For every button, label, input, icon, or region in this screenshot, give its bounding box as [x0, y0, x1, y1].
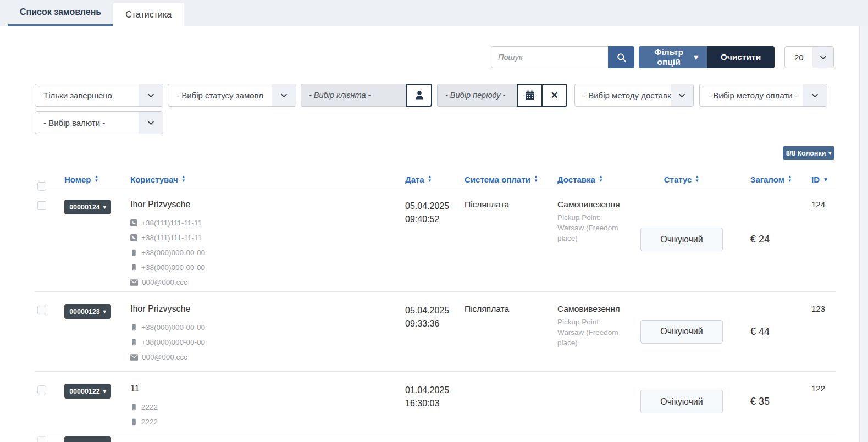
tab-statistics[interactable]: Статистика — [113, 3, 184, 26]
table-row-partial — [35, 432, 836, 442]
delivery-method-filter-select[interactable]: - Вибір методу доставк — [574, 84, 694, 107]
phone-square-icon — [130, 219, 137, 226]
search-input[interactable] — [491, 46, 608, 68]
select-client-button[interactable] — [406, 84, 432, 107]
column-header-payment[interactable]: Система оплати▲▼ — [465, 175, 557, 184]
order-id: 122 — [811, 372, 836, 432]
payment-method-filter-select[interactable]: - Вибір методу оплати - — [699, 84, 827, 107]
sort-icon: ▲▼ — [428, 175, 432, 183]
sort-icon: ▲▼ — [181, 175, 186, 183]
row-checkbox[interactable] — [37, 201, 46, 210]
orders-table: Номер▲▼ Користувач▲▼ Дата▲▼ Система опла… — [35, 168, 836, 442]
chevron-down-icon — [139, 84, 163, 106]
caret-down-icon: ▾ — [828, 151, 831, 156]
mobile-icon — [130, 339, 137, 346]
delivery-cell: Самовивезення Pickup Point: Warsaw (Free… — [557, 292, 638, 371]
order-date: 01.04.202516:30:03 — [405, 372, 465, 432]
caret-down-icon: ▾ — [103, 389, 106, 394]
client-filter-placeholder: - Вибір клієнта - — [309, 91, 371, 100]
mobile-icon — [130, 324, 137, 331]
delivery-note: Pickup Point: Warsaw (Freedom place) — [557, 317, 623, 348]
tab-bar: Список замовлень Статистика — [0, 0, 868, 26]
chevron-down-icon — [803, 84, 827, 106]
currency-filter-label: - Вибір валюти - — [35, 118, 139, 128]
envelope-icon — [130, 279, 138, 286]
sort-icon: ▲▼ — [599, 175, 603, 183]
calendar-button[interactable] — [517, 84, 543, 107]
sort-icon: ▲▼ — [94, 175, 98, 183]
sort-icon: ▲▼ — [788, 175, 792, 183]
caret-down-icon: ▾ — [103, 309, 106, 314]
order-total: € 35 — [750, 396, 811, 407]
column-header-id[interactable]: ID▼ — [811, 175, 836, 184]
delivery-cell: Самовивезення Pickup Point: Warsaw (Free… — [557, 187, 638, 291]
currency-filter-select[interactable]: - Вибір валюти - — [35, 111, 163, 134]
column-header-status[interactable]: Статус▲▼ — [638, 175, 750, 184]
order-total: € 44 — [750, 326, 811, 338]
search-group — [491, 46, 634, 68]
columns-button-label: 8/8 Колонки — [786, 150, 826, 157]
table-row: 00000123▾ Ihor Prizvysche +38(000)000-00… — [35, 292, 836, 372]
page-size-value: 20 — [785, 53, 812, 62]
filter-options-label: Фільтр опцій — [648, 47, 690, 67]
column-header-number[interactable]: Номер▲▼ — [64, 175, 130, 184]
clear-period-button[interactable]: ✕ — [541, 84, 567, 107]
mobile-icon — [130, 404, 137, 411]
user-name: 11 — [130, 384, 405, 394]
tab-statistics-label: Статистика — [125, 10, 172, 20]
page-right-gutter — [859, 26, 868, 442]
envelope-icon — [130, 354, 138, 361]
order-number-button[interactable]: 00000123▾ — [64, 304, 111, 319]
user-name: Ihor Prizvysche — [130, 304, 405, 314]
row-checkbox[interactable] — [37, 306, 46, 314]
payment-system — [465, 372, 557, 432]
page-size-select[interactable]: 20 — [784, 46, 834, 68]
finished-filter-label: Тільки завершено — [35, 91, 139, 100]
mobile-icon — [130, 249, 137, 256]
payment-system: Післяплата — [465, 187, 557, 291]
period-filter-input[interactable]: - Вибір періоду - — [437, 84, 517, 107]
orders-admin-page: Список замовлень Статистика Фільтр опцій… — [0, 0, 868, 442]
chevron-down-icon — [272, 84, 296, 106]
caret-down-icon: ▾ — [103, 205, 106, 210]
phone-square-icon — [130, 234, 137, 241]
column-header-user[interactable]: Користувач▲▼ — [130, 175, 405, 184]
delivery-method: Самовивезення — [557, 200, 638, 209]
status-button[interactable]: Очікуючий — [640, 228, 723, 251]
status-button[interactable]: Очікуючий — [640, 320, 723, 344]
clear-filters-button[interactable]: Очистити — [707, 46, 775, 68]
order-number-button[interactable]: 00000122▾ — [64, 384, 111, 399]
contact-line: +38(111)111-11-11 — [130, 216, 405, 230]
columns-button[interactable]: 8/8 Колонки ▾ — [783, 146, 834, 160]
filter-options-button[interactable]: Фільтр опцій ▾ — [639, 46, 707, 68]
order-date: 05.04.202509:40:52 — [405, 187, 465, 291]
contact-line: 2222 — [130, 415, 405, 429]
tab-order-list[interactable]: Список замовлень — [8, 0, 113, 26]
person-icon — [414, 90, 425, 101]
contact-line: +38(000)000-00-00 — [130, 245, 405, 260]
status-button[interactable]: Очікуючий — [640, 390, 723, 413]
client-filter-input[interactable]: - Вибір клієнта - — [301, 84, 406, 107]
column-header-date[interactable]: Дата▲▼ — [405, 175, 465, 184]
contact-line: +38(000)000-00-00 — [130, 320, 405, 335]
delivery-note: Pickup Point: Warsaw (Freedom place) — [557, 212, 623, 244]
order-status-filter-select[interactable]: - Вибір статусу замовл — [168, 84, 296, 107]
tab-order-list-label: Список замовлень — [20, 7, 101, 17]
order-number-button[interactable] — [64, 436, 111, 442]
row-checkbox[interactable] — [37, 436, 46, 442]
order-total: € 24 — [750, 234, 811, 245]
search-button[interactable] — [608, 46, 634, 68]
column-header-total[interactable]: Загалом▲▼ — [750, 175, 811, 184]
chevron-down-icon — [812, 47, 833, 68]
finished-filter-select[interactable]: Тільки завершено — [35, 84, 163, 107]
client-filter-group: - Вибір клієнта - — [301, 84, 432, 107]
delivery-method-filter-label: - Вибір методу доставк — [575, 91, 671, 100]
order-number-button[interactable]: 00000124▾ — [64, 200, 111, 214]
row-checkbox[interactable] — [37, 385, 46, 394]
table-header-row: Номер▲▼ Користувач▲▼ Дата▲▼ Система опла… — [35, 168, 836, 187]
payment-system: Післяплата — [465, 292, 557, 371]
delivery-method: Самовивезення — [557, 304, 638, 314]
mobile-icon — [130, 418, 137, 426]
column-header-delivery[interactable]: Доставка▲▼ — [557, 175, 638, 184]
payment-method-filter-label: - Вибір методу оплати - — [700, 91, 803, 100]
